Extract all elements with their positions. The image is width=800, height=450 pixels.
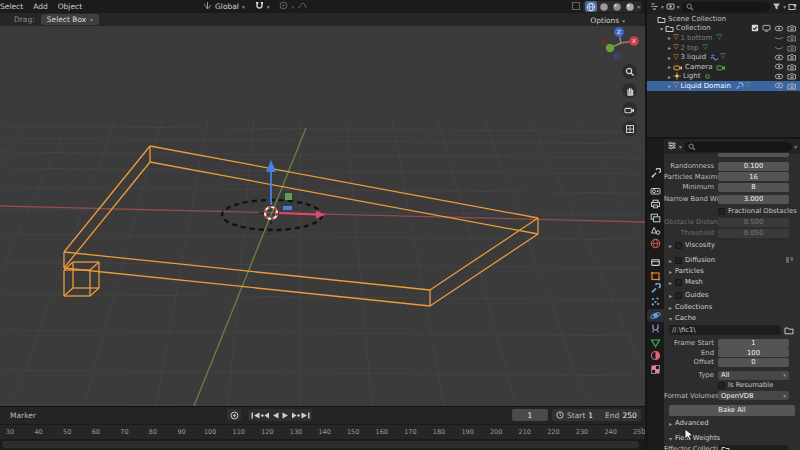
mesh-enable-checkbox[interactable] — [675, 279, 682, 286]
disclosure-icon[interactable]: ▸ — [666, 82, 673, 89]
camera-toggle-icon[interactable] — [787, 44, 797, 52]
jump-start-button[interactable] — [250, 410, 260, 420]
narrow-band-widt-field[interactable]: 3.000 — [718, 195, 789, 204]
minimum-field[interactable]: 8 — [718, 183, 789, 192]
effector-collection-field[interactable] — [718, 445, 789, 450]
filter-funnel-icon[interactable] — [772, 2, 781, 13]
outliner-row-scene-collection[interactable]: Scene Collection — [647, 14, 800, 24]
properties-tab-world[interactable] — [647, 237, 664, 250]
section-disclosure-icon[interactable]: ▸ — [669, 268, 672, 275]
threshold-field[interactable]: 0.050 — [718, 229, 789, 238]
timeline-track-area[interactable] — [0, 439, 645, 450]
outliner-row-3-liquid[interactable]: ▸▽3 liquid▽ — [647, 52, 800, 62]
properties-tab-tool[interactable] — [647, 167, 664, 180]
zoom-button[interactable] — [622, 64, 637, 79]
auto-key-button[interactable] — [227, 409, 241, 421]
camera-toggle-icon[interactable] — [787, 34, 797, 42]
disclosure-icon[interactable]: ▸ — [666, 54, 673, 61]
eye-open-toggle-icon[interactable] — [774, 63, 784, 70]
outliner-row-light[interactable]: ▸Light — [647, 72, 800, 82]
shading-rendered-button[interactable] — [624, 1, 636, 12]
marker-menu[interactable]: Marker — [10, 411, 36, 420]
editor-type-caret-icon[interactable]: ▾ — [679, 144, 682, 150]
disclosure-icon[interactable]: ▸ — [666, 73, 673, 80]
prop-row-particles[interactable]: ▸Particles — [664, 266, 800, 276]
properties-tab-object-data[interactable] — [647, 336, 664, 349]
bake-all-button[interactable]: Bake All — [669, 405, 795, 416]
randomness-field[interactable]: 0.100 — [718, 162, 789, 171]
editor-type-icon[interactable] — [667, 141, 677, 152]
section-disclosure-icon[interactable]: ▸ — [669, 304, 672, 311]
properties-tab-material[interactable] — [647, 349, 664, 362]
properties-tab-object[interactable] — [647, 269, 664, 282]
viewport-3d[interactable]: SelectAddObject Global ▾ ▾ ▾ — [0, 0, 645, 406]
open-folder-button[interactable] — [784, 326, 794, 335]
current-frame-field[interactable]: 1 — [512, 409, 548, 421]
xray-toggle-icon[interactable] — [571, 1, 581, 13]
camera-toggle-icon[interactable] — [787, 82, 797, 90]
prop-row-viscosity[interactable]: ▸Viscosity — [664, 240, 800, 250]
start-frame-field[interactable]: 1 — [588, 411, 593, 420]
format-volumes-dropdown[interactable]: OpenVDB▾ — [718, 391, 789, 400]
falloff-curve-icon[interactable] — [297, 1, 307, 12]
shading-solid-button[interactable] — [598, 1, 610, 12]
disclosure-icon[interactable]: ▸ — [666, 63, 673, 70]
orthographic-toggle-button[interactable] — [622, 121, 637, 136]
new-collection-icon[interactable] — [788, 2, 797, 13]
disclosure-icon[interactable]: ▾ — [658, 25, 665, 32]
options-dropdown[interactable]: Options▾ — [590, 16, 625, 25]
camera-view-button[interactable] — [622, 102, 637, 117]
properties-tab-output[interactable] — [647, 197, 664, 210]
properties-editor[interactable]: ▾ ▾ Randomness0.100Particles Maximum16Mi… — [647, 139, 800, 450]
cache-path-field[interactable]: //.\fic1\ — [669, 325, 781, 335]
type-dropdown[interactable]: All▾ — [718, 371, 789, 380]
prop-row-diffusion[interactable]: ▸Diffusion — [664, 255, 800, 265]
properties-tab-physics[interactable] — [647, 309, 664, 322]
is-resumable-checkbox[interactable] — [718, 382, 725, 389]
prop-row-collections[interactable]: ▸Collections — [664, 302, 800, 312]
diffusion-enable-checkbox[interactable] — [675, 257, 682, 264]
presets-menu-icon[interactable] — [785, 256, 794, 264]
filter-id-icon[interactable] — [666, 2, 675, 13]
section-disclosure-icon[interactable]: ▸ — [669, 279, 672, 286]
eye-closed-toggle-icon[interactable] — [774, 34, 784, 41]
play-button[interactable] — [280, 410, 290, 420]
prop-row-advanced[interactable]: ▸Advanced — [664, 418, 800, 428]
properties-tab-modifiers[interactable] — [647, 282, 664, 295]
play-reverse-button[interactable] — [270, 410, 280, 420]
section-disclosure-icon[interactable]: ▸ — [669, 242, 672, 249]
outliner-row-collection[interactable]: ▾Collection — [647, 24, 800, 34]
shading-caret-icon[interactable]: ▾ — [637, 4, 640, 10]
navigation-gizmo[interactable]: Z X — [599, 26, 643, 64]
properties-tab-render[interactable] — [647, 184, 664, 197]
shading-wireframe-button[interactable] — [585, 1, 597, 12]
prop-row-mesh[interactable]: ▸Mesh — [664, 277, 800, 287]
monitor-toggle-icon[interactable] — [762, 24, 771, 32]
end-field[interactable]: 100 — [718, 348, 789, 357]
section-disclosure-icon[interactable]: ▸ — [669, 420, 672, 427]
eye-closed-toggle-icon[interactable] — [774, 44, 784, 51]
section-disclosure-icon[interactable]: ▾ — [669, 435, 672, 442]
timeline-editor[interactable]: Marker 1 Start 1 End 250 304050607080901… — [0, 406, 645, 450]
outliner-row-liquid-domain[interactable]: ▸▽Liquid Domain▽ — [647, 81, 800, 91]
shading-material-button[interactable] — [611, 1, 623, 12]
outliner-row-2-top[interactable]: ▸▽2 top▽ — [647, 43, 800, 53]
timeline-ruler[interactable]: 3040506070809010011012013014015016017018… — [0, 424, 645, 440]
outliner-row-1-bottom[interactable]: ▸▽1 bottom▽ — [647, 33, 800, 43]
properties-search-input[interactable] — [684, 142, 792, 152]
timeline-collapse-icon[interactable]: ‹ — [640, 425, 643, 433]
outliner-search-input[interactable] — [682, 2, 771, 12]
frame-start-field[interactable]: 1 — [718, 339, 789, 348]
properties-tab-scene[interactable] — [647, 224, 664, 237]
properties-tab-constraints[interactable] — [647, 322, 664, 335]
pan-hand-button[interactable] — [622, 83, 637, 98]
camera-toggle-icon[interactable] — [787, 53, 797, 61]
transform-orientation-value[interactable]: Global — [215, 2, 239, 11]
obstacle-distance-field[interactable]: 0.500 — [718, 218, 789, 227]
proportional-edit-icon[interactable] — [279, 1, 288, 12]
filter-caret-icon[interactable]: ▾ — [783, 4, 786, 10]
properties-options-caret-icon[interactable]: ▾ — [794, 144, 797, 150]
properties-tab-particles[interactable] — [647, 295, 664, 308]
section-disclosure-icon[interactable]: ▾ — [669, 315, 672, 322]
eye-open-toggle-icon[interactable] — [774, 54, 784, 61]
